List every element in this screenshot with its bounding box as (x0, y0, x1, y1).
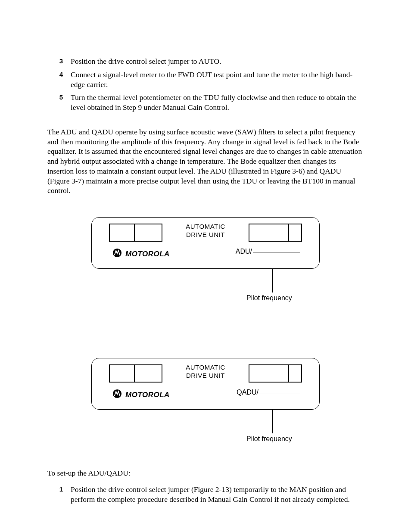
model-prefix: ADU/ (236, 248, 252, 255)
panel-title-line1: AUTOMATIC (186, 364, 225, 371)
page: 3 Position the drive control select jump… (0, 0, 411, 532)
model-label-qadu: QADU/ (237, 389, 300, 396)
step-text: Connect a signal-level meter to the FWD … (71, 70, 364, 90)
figure-qadu: AUTOMATIC DRIVE UNIT MOTOROLA QADU/ Pilo… (91, 358, 320, 443)
model-prefix: QADU/ (237, 389, 258, 396)
leader-line (272, 410, 273, 433)
step-text: Position the drive control select jumper… (71, 56, 364, 66)
body-paragraph: The ADU and QADU operate by using surfac… (47, 127, 364, 196)
motorola-icon (112, 248, 122, 260)
header-rule (47, 26, 364, 26)
step-number: 5 (57, 93, 63, 101)
brand-logo: MOTOROLA (112, 248, 170, 260)
step-number: 1 (57, 485, 63, 493)
adu-panel: AUTOMATIC DRIVE UNIT MOTOROLA ADU/ (91, 217, 320, 269)
blank-line (253, 252, 300, 252)
panel-title: AUTOMATIC DRIVE UNIT (92, 364, 319, 380)
panel-title-line2: DRIVE UNIT (186, 231, 225, 238)
step-number: 4 (57, 70, 63, 78)
panel-title-line1: AUTOMATIC (186, 223, 225, 230)
step-number: 3 (57, 56, 63, 65)
qadu-panel: AUTOMATIC DRIVE UNIT MOTOROLA QADU/ (91, 358, 320, 410)
blank-line (259, 393, 300, 393)
setup-intro: To set-up the ADU/QADU: (47, 469, 364, 478)
figure-adu: AUTOMATIC DRIVE UNIT MOTOROLA ADU/ Pilot… (91, 217, 320, 302)
list-item: 3 Position the drive control select jump… (57, 56, 364, 66)
procedure-list-b: 1 Position the drive control select jump… (47, 485, 364, 504)
brand-text: MOTOROLA (125, 391, 170, 399)
list-item: 5 Turn the thermal level potentiometer o… (57, 93, 364, 112)
panel-title: AUTOMATIC DRIVE UNIT (92, 223, 319, 239)
panel-title-line2: DRIVE UNIT (186, 372, 225, 379)
step-text: Position the drive control select jumper… (71, 485, 364, 504)
brand-logo: MOTOROLA (112, 389, 170, 401)
figure-caption: Pilot frequency (246, 294, 320, 302)
step-text: Turn the thermal level potentiometer on … (71, 93, 364, 112)
motorola-icon (112, 389, 122, 401)
procedure-list-a: 3 Position the drive control select jump… (47, 56, 364, 112)
list-item: 1 Position the drive control select jump… (57, 485, 364, 504)
leader-line (272, 269, 273, 292)
figure-caption: Pilot frequency (246, 435, 320, 443)
brand-text: MOTOROLA (125, 250, 170, 258)
model-label-adu: ADU/ (236, 248, 300, 255)
list-item: 4 Connect a signal-level meter to the FW… (57, 70, 364, 90)
